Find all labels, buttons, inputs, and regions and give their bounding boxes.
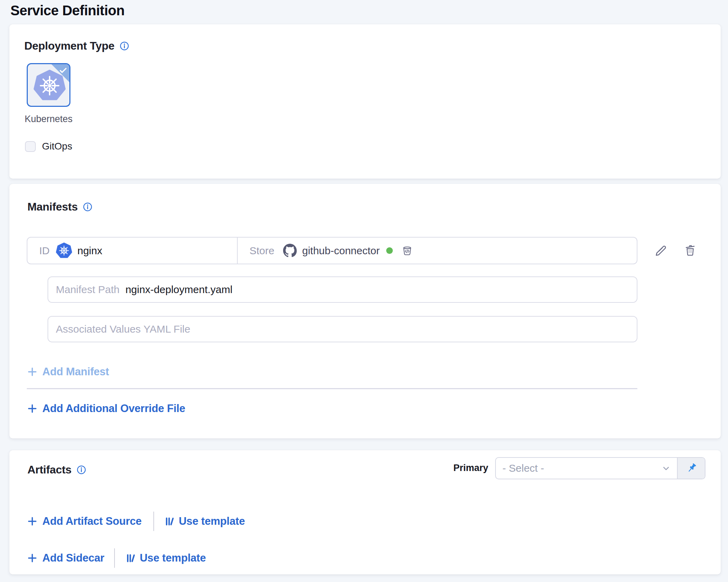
add-sidecar-label: Add Sidecar [42, 552, 104, 564]
kubernetes-tile-label: Kubernetes [24, 114, 73, 125]
links-divider [114, 548, 115, 568]
manifests-heading: Manifests [27, 200, 78, 213]
gitops-label: GitOps [42, 141, 72, 152]
code-store-icon[interactable] [401, 245, 413, 256]
add-override-file-label: Add Additional Override File [42, 402, 185, 415]
add-artifact-source-label: Add Artifact Source [42, 515, 142, 528]
add-override-file-button[interactable]: Add Additional Override File [27, 402, 185, 415]
plus-icon [27, 553, 37, 563]
chevron-down-icon [661, 463, 671, 474]
pencil-icon [654, 244, 668, 257]
manifest-id-label: ID [39, 245, 50, 257]
manifest-store-value: github-connector [302, 245, 380, 257]
use-template-label: Use template [140, 552, 206, 564]
manifest-path-label: Manifest Path [56, 284, 119, 296]
info-icon[interactable] [83, 202, 92, 212]
manifest-path-value: nginx-deployment.yaml [125, 284, 232, 296]
artifacts-card: Artifacts Primary - Select - Add Art [9, 450, 721, 574]
use-template-label: Use template [179, 515, 245, 528]
primary-artifact-label: Primary [445, 463, 488, 473]
primary-artifact-control: - Select - [495, 457, 705, 479]
primary-artifact-select[interactable]: - Select - [496, 458, 677, 479]
manifest-row[interactable]: ID nginx Store github-connector [27, 237, 637, 264]
add-manifest-label: Add Manifest [42, 366, 109, 378]
deployment-type-card: Deployment Type Kubernetes GitOps [9, 24, 721, 179]
links-divider [153, 512, 154, 531]
edit-manifest-button[interactable] [653, 243, 669, 258]
plus-icon [27, 404, 37, 413]
gitops-checkbox[interactable] [25, 141, 36, 152]
deployment-type-kubernetes-tile[interactable] [27, 63, 70, 107]
manifest-id-section: ID nginx [27, 238, 237, 264]
manifests-divider [27, 388, 637, 389]
manifest-id-value: nginx [77, 245, 102, 257]
primary-select-value: - Select - [502, 462, 544, 474]
template-library-icon [165, 517, 175, 526]
manifest-store-label: Store [249, 245, 274, 257]
info-icon[interactable] [77, 465, 86, 474]
pin-primary-button[interactable] [677, 458, 705, 479]
values-yaml-placeholder: Associated Values YAML File [56, 323, 190, 335]
deployment-type-heading: Deployment Type [24, 40, 115, 52]
delete-manifest-button[interactable] [683, 243, 698, 258]
add-artifact-source-button[interactable]: Add Artifact Source [27, 515, 142, 528]
add-sidecar-button[interactable]: Add Sidecar [27, 552, 104, 564]
values-yaml-input[interactable]: Associated Values YAML File [48, 316, 637, 342]
check-icon [59, 66, 68, 75]
use-template-sidecar-button[interactable]: Use template [126, 552, 206, 564]
use-template-artifact-button[interactable]: Use template [165, 515, 245, 528]
manifests-card: Manifests ID nginx Store github-connecto… [9, 184, 721, 438]
pin-icon [685, 462, 697, 474]
template-library-icon [126, 554, 136, 563]
manifest-store-section: Store github-connector [237, 238, 637, 264]
manifest-path-input[interactable]: Manifest Path nginx-deployment.yaml [48, 276, 637, 303]
artifacts-heading: Artifacts [27, 463, 71, 476]
page-title: Service Definition [10, 3, 125, 18]
plus-icon [27, 367, 37, 377]
github-icon [283, 243, 297, 258]
info-icon[interactable] [120, 41, 129, 51]
kubernetes-icon [56, 242, 72, 259]
connector-status-dot [386, 247, 393, 254]
trash-icon [684, 244, 696, 257]
plus-icon [27, 516, 37, 526]
gitops-toggle-row[interactable]: GitOps [25, 141, 72, 152]
add-manifest-button[interactable]: Add Manifest [27, 366, 109, 378]
